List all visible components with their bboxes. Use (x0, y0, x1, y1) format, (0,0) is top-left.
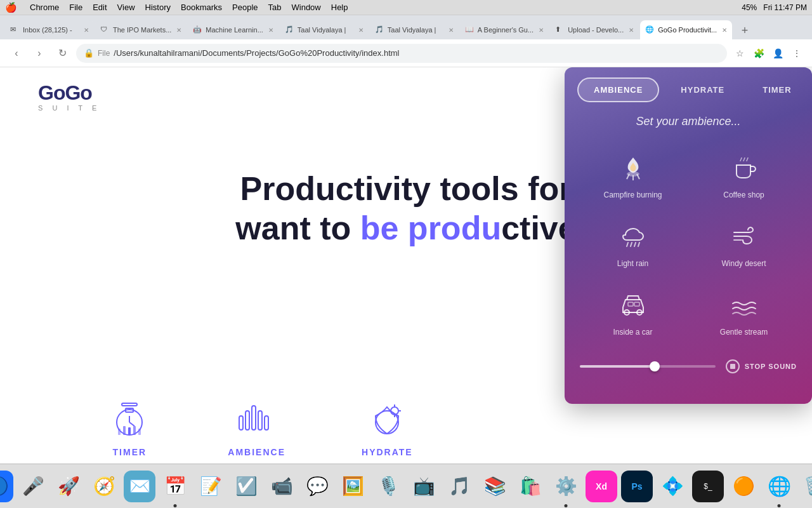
battery-indicator: 45% (742, 3, 757, 12)
dock-appletv[interactable]: 📺 (408, 471, 440, 502)
dock-calendar[interactable]: 📅 (159, 471, 191, 502)
volume-thumb[interactable] (650, 361, 660, 371)
apple-menu[interactable]: 🍎 (5, 2, 17, 13)
dock-music[interactable]: 🎵 (443, 471, 475, 502)
wind-label: Windy desert (721, 259, 766, 268)
menu-bookmarks[interactable]: Bookmarks (181, 3, 222, 12)
dock-finder[interactable]: 🔵 (0, 471, 13, 502)
panel-tab-ambience[interactable]: AMBIENCE (577, 77, 659, 102)
hydrate-label: HYDRATE (362, 447, 413, 457)
coffee-icon (728, 151, 761, 184)
svg-line-26 (631, 243, 632, 246)
dock-ps[interactable]: Ps (621, 471, 653, 502)
back-button[interactable]: ‹ (8, 44, 25, 62)
new-tab-button[interactable]: + (736, 22, 754, 39)
volume-control: STOP SOUND (565, 353, 812, 380)
dock-settings[interactable]: ⚙️ (550, 471, 582, 502)
stop-square-icon (730, 364, 735, 369)
feature-timer[interactable]: TIMER (107, 396, 152, 457)
tab-gogo[interactable]: 🌐 GoGo Productivit... ✕ (640, 20, 732, 39)
dock-mail[interactable]: ✉️ (124, 471, 155, 502)
menu-chrome[interactable]: Chrome (30, 3, 59, 12)
menu-window[interactable]: Window (292, 3, 321, 12)
sound-coffee[interactable]: Coffee shop (688, 141, 799, 210)
feature-ambience[interactable]: AMBIENCE (228, 396, 285, 457)
tab-close[interactable]: ✕ (722, 27, 727, 34)
dock-sublime[interactable]: 🟠 (728, 471, 759, 502)
tabbar: ✉ Inbox (28,125) - ✕ 🛡 The IPO Markets..… (0, 15, 812, 39)
tab-ipo[interactable]: 🛡 The IPO Markets... ✕ (95, 20, 187, 39)
menu-help[interactable]: Help (331, 3, 348, 12)
dock-siri[interactable]: 🎤 (17, 471, 49, 502)
dock-xd[interactable]: Xd (586, 471, 617, 502)
menu-file[interactable]: File (69, 3, 82, 12)
sound-campfire[interactable]: Campfire burning (577, 141, 688, 210)
dock-skype[interactable]: 💠 (657, 471, 688, 502)
dock-trash[interactable]: 🗑️ (799, 471, 812, 502)
forward-button[interactable]: › (30, 44, 48, 62)
dock-messages[interactable]: 💬 (301, 471, 333, 502)
tab-close[interactable]: ✕ (358, 27, 363, 34)
tab-close[interactable]: ✕ (84, 27, 89, 34)
protocol-label: File (98, 49, 110, 58)
stop-sound-button[interactable]: STOP SOUND (726, 359, 797, 373)
menu-tab[interactable]: Tab (268, 3, 282, 12)
panel-tab-hydrate[interactable]: HYDRATE (664, 77, 741, 102)
svg-line-28 (638, 243, 639, 246)
ambience-icon (235, 396, 279, 441)
menu-view[interactable]: View (117, 3, 135, 12)
dock-books[interactable]: 📚 (479, 471, 511, 502)
dock-safari[interactable]: 🧭 (88, 471, 120, 502)
tab-inbox[interactable]: ✉ Inbox (28,125) - ✕ (5, 20, 94, 39)
menu-edit[interactable]: Edit (93, 3, 107, 12)
menu-dots-icon[interactable]: ⋮ (789, 46, 804, 61)
profile-icon[interactable]: 👤 (770, 46, 785, 61)
extension-icon[interactable]: 🧩 (751, 46, 766, 61)
svg-rect-33 (634, 302, 639, 306)
ambience-panel: AMBIENCE HYDRATE TIMER Set your ambience… (565, 67, 812, 404)
dock-podcasts[interactable]: 🎙️ (372, 471, 404, 502)
dock-terminal[interactable]: $_ (692, 471, 724, 502)
logo-suite: S U I T E (38, 104, 100, 112)
sound-rain[interactable]: Light rain (577, 210, 688, 278)
svg-rect-14 (265, 416, 268, 430)
address-box[interactable]: 🔒 File /Users/kunaltahilramani/Documents… (76, 44, 727, 63)
tab-favicon: 🎵 (285, 25, 294, 34)
tab-ml[interactable]: 🤖 Machine Learnin... ✕ (188, 20, 278, 39)
sound-car[interactable]: Inside a car (577, 278, 688, 347)
chrome-window: ✉ Inbox (28,125) - ✕ 🛡 The IPO Markets..… (0, 15, 812, 508)
menu-history[interactable]: History (145, 3, 171, 12)
dock: 🔵 🎤 🚀 🧭 ✉️ 📅 📝 ☑️ 📹 💬 🖼️ 🎙️ 📺 🎵 📚 🛍️ ⚙️ … (0, 464, 812, 508)
svg-rect-7 (128, 427, 131, 435)
reload-button[interactable]: ↻ (53, 44, 71, 62)
tab-upload[interactable]: ⬆ Upload - Develo... ✕ (550, 20, 639, 39)
dock-chrome[interactable]: 🌐 (763, 471, 795, 502)
ambience-label: AMBIENCE (228, 447, 285, 457)
feature-hydrate[interactable]: HYDRATE (362, 396, 413, 457)
volume-slider[interactable] (580, 365, 716, 368)
menu-people[interactable]: People (232, 3, 258, 12)
dock-reminders[interactable]: ☑️ (230, 471, 262, 502)
sound-stream[interactable]: Gentle stream (688, 278, 799, 347)
bookmark-star-icon[interactable]: ☆ (732, 46, 747, 61)
tab-close[interactable]: ✕ (268, 27, 273, 34)
tab-beginner[interactable]: 📖 A Beginner's Gu... ✕ (460, 20, 549, 39)
coffee-label: Coffee shop (723, 190, 764, 199)
tab-taal1[interactable]: 🎵 Taal Vidyalaya | ✕ (280, 20, 369, 39)
hydrate-icon (365, 396, 409, 441)
dock-notes[interactable]: 📝 (195, 471, 226, 502)
sound-wind[interactable]: Windy desert (688, 210, 799, 278)
dock-launchpad[interactable]: 🚀 (53, 471, 84, 502)
dock-facetime[interactable]: 📹 (266, 471, 298, 502)
tab-close[interactable]: ✕ (539, 27, 544, 34)
dock-photos[interactable]: 🖼️ (337, 471, 369, 502)
tab-taal2[interactable]: 🎵 Taal Vidyalaya | ✕ (370, 20, 459, 39)
panel-tab-timer[interactable]: TIMER (746, 77, 808, 102)
svg-rect-6 (123, 426, 126, 435)
tab-close[interactable]: ✕ (176, 27, 181, 34)
tab-close[interactable]: ✕ (449, 27, 454, 34)
campfire-label: Campfire burning (603, 190, 662, 199)
dock-appstore[interactable]: 🛍️ (514, 471, 546, 502)
tab-favicon: ⬆ (555, 25, 564, 34)
tab-close[interactable]: ✕ (629, 27, 634, 34)
